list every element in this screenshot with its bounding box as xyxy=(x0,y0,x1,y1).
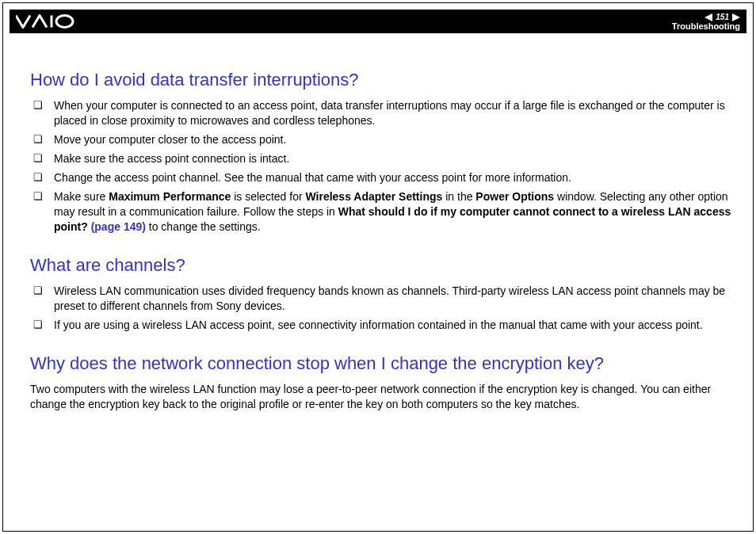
text-run: Move your computer closer to the access … xyxy=(54,133,286,146)
text-run: When your computer is connected to an ac… xyxy=(54,99,725,127)
header-bar: 151 Troubleshooting xyxy=(10,10,746,33)
svg-rect-0 xyxy=(51,16,53,28)
list-item: Make sure the access point connection is… xyxy=(30,151,732,166)
text-run: Make sure xyxy=(54,190,109,203)
nav-prev-icon[interactable] xyxy=(704,13,712,21)
nav-next-icon[interactable] xyxy=(732,13,740,21)
vaio-logo-svg xyxy=(16,14,87,29)
list-item: Wireless LAN communication uses divided … xyxy=(30,284,732,314)
text-run: Power Options xyxy=(475,190,554,203)
text-run: Wireless LAN communication uses divided … xyxy=(54,284,725,312)
page-nav: 151 xyxy=(704,13,740,21)
list-item: When your computer is connected to an ac… xyxy=(30,98,732,128)
text-run: is selected for xyxy=(231,190,305,203)
text-run: to change the settings. xyxy=(146,220,261,233)
list-item: Change the access point channel. See the… xyxy=(30,170,732,185)
text-run: Change the access point channel. See the… xyxy=(54,171,571,184)
page-number: 151 xyxy=(716,13,729,21)
body-paragraph: Two computers with the wireless LAN func… xyxy=(30,382,732,412)
page-content: How do I avoid data transfer interruptio… xyxy=(30,48,732,524)
vaio-logo xyxy=(10,10,94,33)
text-run: in the xyxy=(442,190,475,203)
bullet-list: Wireless LAN communication uses divided … xyxy=(30,284,732,333)
text-run: Wireless Adapter Settings xyxy=(305,190,442,203)
header-right: 151 Troubleshooting xyxy=(672,13,746,33)
text-run: Make sure the access point connection is… xyxy=(54,152,289,165)
text-run: If you are using a wireless LAN access p… xyxy=(54,318,703,331)
page-link[interactable]: (page 149) xyxy=(91,220,146,233)
question-heading: Why does the network connection stop whe… xyxy=(30,353,732,374)
section-label: Troubleshooting xyxy=(672,21,740,31)
question-heading: What are channels? xyxy=(30,255,732,276)
list-item: Make sure Maximum Performance is selecte… xyxy=(30,189,732,235)
bullet-list: When your computer is connected to an ac… xyxy=(30,98,732,234)
svg-point-1 xyxy=(56,16,73,28)
text-run: Maximum Performance xyxy=(109,190,231,203)
list-item: Move your computer closer to the access … xyxy=(30,132,732,147)
list-item: If you are using a wireless LAN access p… xyxy=(30,318,732,333)
question-heading: How do I avoid data transfer interruptio… xyxy=(30,70,732,90)
